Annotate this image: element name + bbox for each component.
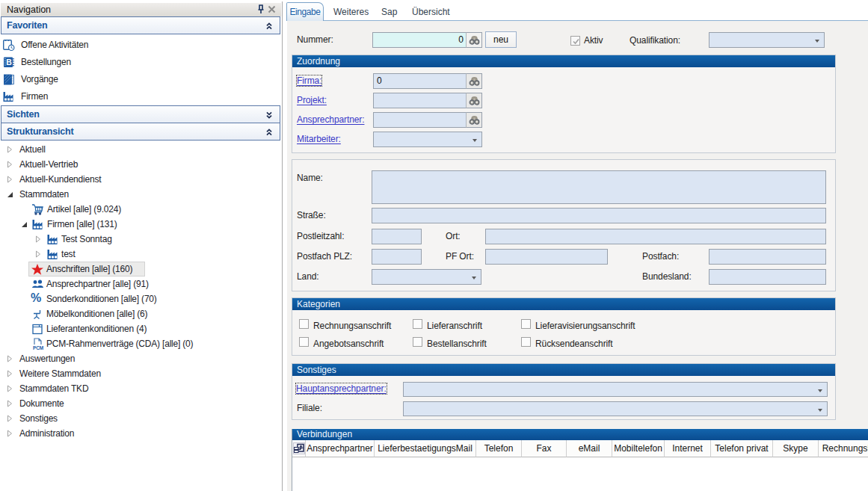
svg-text:B: B	[6, 58, 12, 67]
svg-text:PCM: PCM	[33, 345, 43, 351]
